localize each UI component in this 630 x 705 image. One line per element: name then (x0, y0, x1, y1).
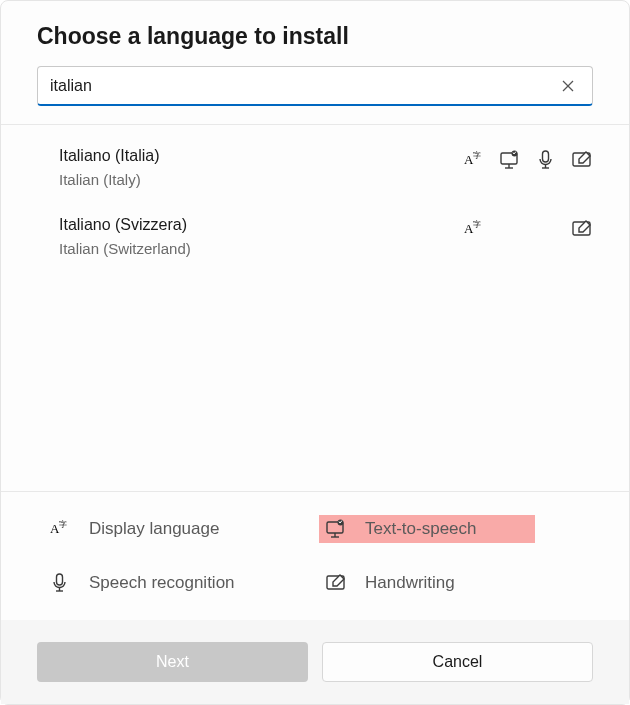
language-text: Italiano (Svizzera) Italian (Switzerland… (59, 216, 191, 257)
language-feature-icons (463, 147, 593, 171)
legend-text-to-speech: Text-to-speech (325, 518, 581, 540)
language-text: Italiano (Italia) Italian (Italy) (59, 147, 160, 188)
text-to-speech-icon (499, 149, 521, 171)
legend-label: Speech recognition (89, 573, 235, 593)
legend-display-language: Display language (49, 518, 305, 540)
cancel-button[interactable]: Cancel (322, 642, 593, 682)
display-language-icon (463, 218, 485, 240)
legend-speech-recognition: Speech recognition (49, 572, 305, 594)
language-install-dialog: Choose a language to install Italiano (I… (0, 0, 630, 705)
handwriting-icon (571, 218, 593, 240)
legend-label: Text-to-speech (365, 519, 477, 539)
dialog-title: Choose a language to install (37, 23, 593, 50)
text-to-speech-icon (325, 518, 347, 540)
search-box[interactable] (37, 66, 593, 106)
language-item[interactable]: Italiano (Svizzera) Italian (Switzerland… (1, 202, 629, 271)
display-language-icon (463, 149, 485, 171)
search-container (1, 66, 629, 124)
legend-label: Handwriting (365, 573, 455, 593)
language-native-name: Italiano (Italia) (59, 147, 160, 165)
language-native-name: Italiano (Svizzera) (59, 216, 191, 234)
handwriting-icon (325, 572, 347, 594)
dialog-header: Choose a language to install (1, 1, 629, 66)
language-feature-icons (463, 216, 593, 240)
close-icon (560, 78, 576, 94)
dialog-footer: Next Cancel (1, 620, 629, 704)
feature-legend: Display language Text-to-speech Speech r… (1, 491, 629, 620)
legend-label: Display language (89, 519, 219, 539)
search-input[interactable] (48, 76, 554, 96)
language-results: Italiano (Italia) Italian (Italy) Italia… (1, 125, 629, 491)
language-localized-name: Italian (Italy) (59, 171, 160, 188)
speech-recognition-icon (535, 149, 557, 171)
legend-handwriting: Handwriting (325, 572, 581, 594)
language-item[interactable]: Italiano (Italia) Italian (Italy) (1, 133, 629, 202)
handwriting-icon (571, 149, 593, 171)
language-localized-name: Italian (Switzerland) (59, 240, 191, 257)
display-language-icon (49, 518, 71, 540)
next-button[interactable]: Next (37, 642, 308, 682)
speech-recognition-icon (49, 572, 71, 594)
clear-search-button[interactable] (554, 72, 582, 100)
